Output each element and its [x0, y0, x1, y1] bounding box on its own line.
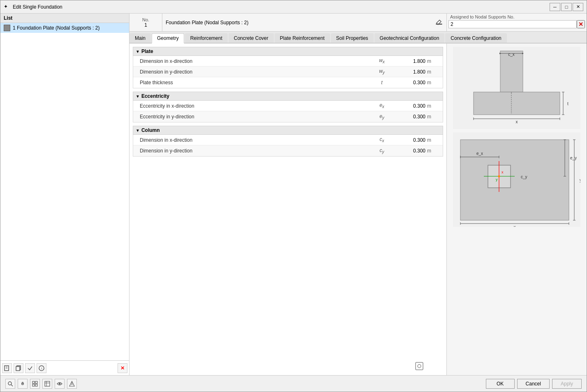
form-area: ▼ Plate Dimension in x-direction wx 1.80…: [129, 44, 447, 375]
app-icon: ✦: [4, 4, 10, 10]
tab-reinforcement[interactable]: Reinforcement: [185, 33, 228, 43]
eccentricity-section-title: Eccentricity: [141, 93, 169, 99]
svg-line-50: [11, 385, 13, 386]
row-value: 0.300: [394, 80, 427, 85]
row-unit: m: [427, 103, 439, 109]
table-row: Eccentricity in x-direction ex 0.300 m: [133, 101, 443, 111]
row-value: 0.300: [394, 137, 427, 143]
assigned-clear-button[interactable]: ✕: [577, 20, 585, 28]
row-unit: m: [427, 114, 439, 120]
svg-rect-12: [474, 92, 560, 115]
svg-text:t: t: [567, 101, 569, 106]
new-button[interactable]: [2, 363, 12, 373]
svg-point-59: [59, 383, 60, 385]
check-button[interactable]: [25, 363, 35, 373]
svg-point-29: [498, 175, 500, 178]
row-value: 0.300: [394, 114, 427, 120]
table-row: Dimension in y-direction wy 1.800 m: [133, 67, 443, 77]
list-item-icon: [4, 25, 10, 31]
svg-rect-53: [35, 381, 37, 383]
plate-section: ▼ Plate Dimension in x-direction wx 1.80…: [133, 47, 443, 88]
tab-geometry[interactable]: Geometry: [152, 33, 184, 44]
row-label: Dimension in x-direction: [136, 137, 370, 143]
grid-button[interactable]: [30, 379, 40, 389]
svg-point-49: [8, 382, 12, 385]
row-symbol: t: [370, 80, 394, 85]
name-section: [162, 14, 447, 31]
name-row: No. 1 Assigned to Nodal Supports No. ✕: [129, 14, 587, 32]
plan-diagram: x y e_x e_y: [453, 132, 580, 227]
title-bar: ✦ Edit Single Foundation ─ □ ✕: [0, 0, 587, 14]
info2-button[interactable]: [67, 379, 77, 389]
row-unit: m: [427, 148, 439, 154]
eccentricity-section: ▼ Eccentricity Eccentricity in x-directi…: [133, 92, 443, 122]
svg-text:x: x: [516, 120, 518, 124]
eccentricity-toggle-icon: ▼: [136, 94, 140, 99]
info-button[interactable]: i: [37, 363, 46, 373]
bottom-toolbar: [5, 379, 77, 389]
plate-section-header[interactable]: ▼ Plate: [133, 47, 443, 56]
svg-rect-54: [32, 384, 35, 386]
diagram-area: c_x t: [447, 44, 587, 375]
tab-soil-properties[interactable]: Soil Properties: [331, 33, 374, 43]
panel-toolbar: i ✕: [0, 360, 129, 375]
tab-plate-reinforcement[interactable]: Plate Reinforcement: [275, 33, 330, 43]
assigned-row: ✕: [447, 20, 587, 28]
assigned-input[interactable]: [448, 20, 577, 28]
row-label: Eccentricity in y-direction: [136, 114, 370, 120]
search-button[interactable]: [5, 379, 15, 389]
tab-concrete-cover[interactable]: Concrete Cover: [229, 33, 274, 43]
copy-button[interactable]: [14, 363, 23, 373]
maximize-button[interactable]: □: [561, 3, 572, 11]
window-title: Edit Single Foundation: [13, 4, 550, 10]
svg-rect-52: [32, 381, 35, 383]
view-button[interactable]: [55, 379, 65, 389]
table-row: Dimension in x-direction wx 1.800 m: [133, 56, 443, 67]
svg-rect-56: [45, 381, 50, 386]
eccentricity-section-header[interactable]: ▼ Eccentricity: [133, 92, 443, 101]
name-edit-icon[interactable]: [435, 18, 443, 27]
column-section-title: Column: [141, 127, 160, 133]
tab-concrete-config[interactable]: Concrete Configuration: [445, 33, 506, 43]
list-item[interactable]: 1 Foundation Plate (Nodal Supports : 2): [0, 23, 129, 33]
cancel-button[interactable]: Cancel: [517, 379, 550, 389]
row-value: 1.800: [394, 58, 427, 64]
column-section: ▼ Column Dimension in x-direction cx 0.3…: [133, 126, 443, 157]
row-symbol: wy: [370, 68, 394, 75]
bottom-bar: OK Cancel Apply: [0, 375, 587, 392]
row-label: Dimension in y-direction: [136, 148, 370, 154]
row-label: Dimension in x-direction: [136, 58, 370, 64]
delete-button[interactable]: ✕: [118, 363, 127, 373]
no-label: No.: [142, 17, 149, 22]
eccentricity-section-content: Eccentricity in x-direction ex 0.300 m E…: [133, 101, 443, 122]
column-section-content: Dimension in x-direction cx 0.300 m Dime…: [133, 135, 443, 157]
table-button[interactable]: [42, 379, 52, 389]
svg-text:e_x: e_x: [476, 151, 483, 156]
list-header: List: [0, 14, 129, 23]
no-value: 1: [144, 22, 147, 28]
assigned-section: Assigned to Nodal Supports No. ✕: [447, 14, 587, 31]
column-toggle-icon: ▼: [136, 128, 140, 133]
settings-button[interactable]: [18, 379, 28, 389]
svg-rect-55: [35, 384, 37, 386]
main-window: ✦ Edit Single Foundation ─ □ ✕ List 1 Fo…: [0, 0, 587, 392]
apply-button[interactable]: Apply: [552, 379, 582, 389]
row-label: Plate thickness: [136, 80, 370, 85]
svg-rect-4: [16, 367, 20, 371]
assigned-label: Assigned to Nodal Supports No.: [447, 14, 587, 20]
name-input[interactable]: [166, 20, 435, 25]
tabs-bar: Main Geometry Reinforcement Concrete Cov…: [129, 32, 587, 44]
tab-main[interactable]: Main: [129, 33, 151, 43]
column-section-header[interactable]: ▼ Column: [133, 126, 443, 135]
main-area: List 1 Foundation Plate (Nodal Supports …: [0, 14, 587, 375]
minimize-button[interactable]: ─: [550, 3, 560, 11]
elevation-diagram: c_x t: [453, 47, 580, 129]
row-unit: m: [427, 137, 439, 143]
svg-text:i: i: [42, 367, 42, 370]
tab-geotechnical[interactable]: Geotechnical Configuration: [374, 33, 445, 43]
close-button[interactable]: ✕: [573, 3, 583, 11]
plate-section-title: Plate: [141, 48, 153, 54]
svg-point-62: [72, 382, 72, 383]
ok-button[interactable]: OK: [486, 379, 515, 389]
svg-text:e_y: e_y: [570, 156, 577, 160]
